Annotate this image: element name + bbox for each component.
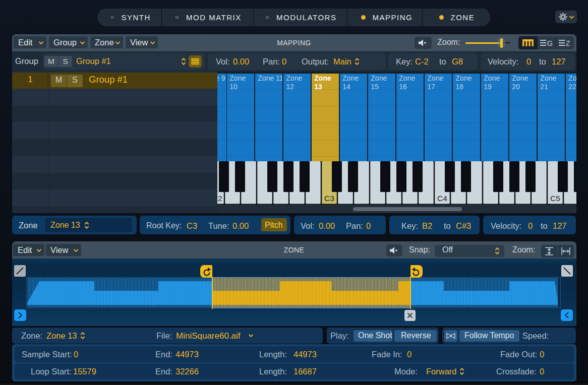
svg-text:C4: C4 [437, 194, 447, 203]
svg-text:C5: C5 [550, 194, 560, 203]
svg-text:2: 2 [218, 194, 222, 203]
svg-text:Z: Z [566, 39, 570, 46]
svg-text:C3: C3 [324, 194, 334, 203]
svg-text:G: G [547, 39, 553, 46]
